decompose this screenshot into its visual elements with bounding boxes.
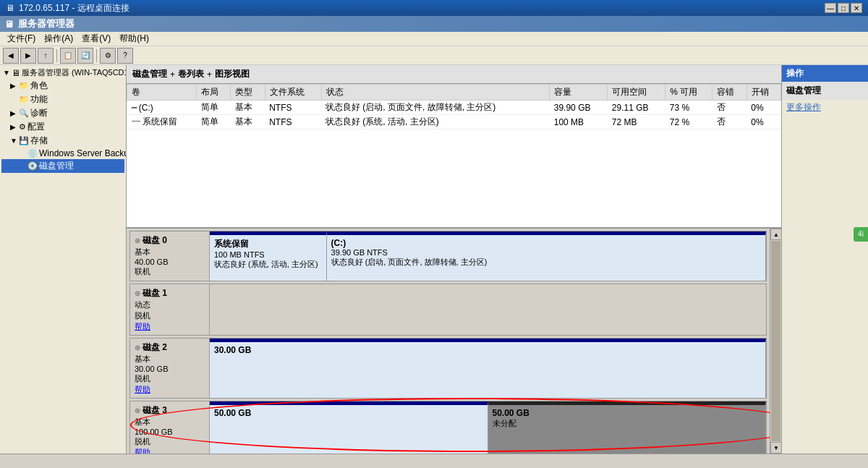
back-button[interactable]: ◀ [3, 48, 19, 64]
split-view: 卷 布局 类型 文件系统 状态 容量 可用空间 % 可用 容错 开销 [127, 84, 781, 454]
scroll-up-button[interactable]: ▲ [770, 229, 781, 240]
partition-name-2-0: 30.00 GB [214, 345, 761, 355]
col-layout[interactable]: 布局 [197, 85, 231, 101]
maximize-button[interactable]: □ [838, 3, 849, 13]
partition-0-0[interactable]: 系统保留 100 MB NTFS 状态良好 (系统, 活动, 主分区) [210, 231, 327, 281]
sm-icon: 🖥 [4, 19, 14, 30]
disk-type-2: 基本 [135, 354, 205, 365]
menu-help[interactable]: 帮助(H) [115, 31, 153, 46]
tree-item-config[interactable]: ▶ ⚙ 配置 [1, 120, 124, 134]
help-button[interactable]: ? [117, 48, 133, 64]
partition-name-3-1: 50.00 GB [493, 408, 762, 418]
config-icon: ⚙ [19, 122, 26, 132]
col-filesystem[interactable]: 文件系统 [265, 85, 321, 101]
tree-label-roles: 角色 [30, 80, 48, 92]
tree-label-server: 服务器管理器 (WIN-TAQ5CD1B4G [22, 67, 127, 78]
cell-type: 基本 [231, 115, 265, 129]
minimize-button[interactable]: — [825, 3, 836, 13]
refresh-button[interactable]: 🔄 [77, 48, 93, 64]
main-window: 🖥 服务器管理器 文件(F) 操作(A) 查看(V) 帮助(H) ◀ ▶ ↑ 📋… [0, 16, 868, 468]
disk-info-1: ⊕ 磁盘 1 动态 脱机 帮助 [130, 284, 210, 335]
tree-item-storage[interactable]: ▼ 💾 存储 [1, 134, 124, 148]
tree-item-backup[interactable]: 💿 Windows Server Backup [1, 148, 124, 159]
partition-3-0[interactable]: 50.00 GB [210, 401, 488, 454]
cell-filesystem: NTFS [265, 101, 321, 115]
features-icon: 📁 [19, 95, 29, 104]
menu-action[interactable]: 操作(A) [40, 31, 77, 46]
col-type[interactable]: 类型 [231, 85, 265, 101]
status-bar [0, 454, 868, 468]
disk-help-link-3[interactable]: 帮助 [135, 448, 150, 454]
menu-file[interactable]: 文件(F) [3, 31, 40, 46]
expand-roles-icon: ▶ [10, 82, 19, 90]
cell-status: 状态良好 (启动, 页面文件, 故障转储, 主分区) [321, 101, 550, 115]
tree-item-server-manager[interactable]: ▼ 🖥 服务器管理器 (WIN-TAQ5CD1B4G [1, 67, 124, 79]
partition-3-1[interactable]: 50.00 GB 未分配 [488, 401, 767, 454]
disk-id-1: 磁盘 1 [142, 287, 167, 299]
partition-0-1[interactable]: (C:) 39.90 GB NTFS 状态良好 (启动, 页面文件, 故障转储,… [327, 231, 766, 281]
partition-status-0-0: 状态良好 (系统, 活动, 主分区) [214, 259, 322, 270]
toolbar-sep1 [56, 49, 57, 62]
title-bar: 🖥 172.0.65.117 - 远程桌面连接 — □ ✕ [0, 0, 868, 16]
sm-title: 服务器管理器 [18, 17, 75, 30]
table-row[interactable]: ━ 系统保留 简单 基本 NTFS 状态良好 (系统, 活动, 主分区) 100… [127, 115, 781, 129]
tree-item-roles[interactable]: ▶ 📁 角色 [1, 79, 124, 93]
server-icon: 🖥 [12, 68, 20, 78]
partition-2-0[interactable]: 30.00 GB [210, 339, 766, 398]
menu-view[interactable]: 查看(V) [77, 31, 115, 46]
tree-label-diag: 诊断 [30, 107, 48, 119]
cell-volume: ━ (C:) [127, 101, 197, 115]
col-volume[interactable]: 卷 [127, 85, 197, 101]
col-fault[interactable]: 容错 [712, 85, 746, 101]
properties-button[interactable]: ⚙ [100, 48, 116, 64]
tree-item-disk-mgmt[interactable]: 💽 磁盘管理 [1, 159, 124, 173]
forward-button[interactable]: ▶ [20, 48, 36, 64]
col-percentfree[interactable]: % 可用 [665, 85, 712, 101]
partition-info-3-1: 未分配 [493, 418, 762, 429]
disk-help-link-2[interactable]: 帮助 [135, 385, 150, 393]
expand-storage-icon: ▼ [10, 137, 19, 145]
vertical-scrollbar[interactable]: ▲ ▼ [770, 229, 781, 454]
col-capacity[interactable]: 容量 [550, 85, 608, 101]
scroll-down-button[interactable]: ▼ [770, 442, 781, 454]
close-button[interactable]: ✕ [851, 3, 862, 13]
partition-name-0-0: 系统保留 [214, 238, 322, 250]
disk-row: ⊕ 磁盘 1 动态 脱机 帮助 [129, 284, 767, 336]
disk-size-0: 40.00 GB [135, 258, 205, 266]
toolbar: ◀ ▶ ↑ 📋 🔄 ⚙ ? [0, 46, 868, 65]
show-hide-button[interactable]: 📋 [60, 48, 76, 64]
disk-type-0: 基本 [135, 247, 205, 258]
tree-label-disk-mgmt: 磁盘管理 [39, 160, 74, 172]
cell-type: 基本 [231, 101, 265, 115]
disk-icon-2: ⊕ [135, 344, 140, 352]
cell-status: 状态良好 (系统, 活动, 主分区) [321, 115, 550, 129]
disk-help-link-1[interactable]: 帮助 [135, 322, 150, 331]
title-bar-text: 172.0.65.117 - 远程桌面连接 [19, 2, 825, 14]
up-button[interactable]: ↑ [38, 48, 54, 64]
volume-table-area: 卷 布局 类型 文件系统 状态 容量 可用空间 % 可用 容错 开销 [127, 84, 781, 229]
col-status[interactable]: 状态 [321, 85, 550, 101]
disk-row: ⊕ 磁盘 3 基本 100.00 GB 脱机 帮助 50.00 GB 50.00… [129, 401, 767, 454]
col-overhead[interactable]: 开销 [746, 85, 780, 101]
scroll-thumb[interactable] [771, 241, 780, 441]
expand-icon: ▼ [3, 69, 12, 77]
cell-percentfree: 73 % [665, 101, 712, 115]
disk-mgmt-icon: 💽 [27, 161, 38, 171]
header-disk-management: 磁盘管理 [132, 68, 167, 80]
tree-label-features: 功能 [30, 93, 48, 106]
col-freespace[interactable]: 可用空间 [608, 85, 665, 101]
side-green-button[interactable]: 4i [854, 227, 868, 242]
disk-row: ⊕ 磁盘 2 基本 30.00 GB 脱机 帮助 30.00 GB [129, 338, 767, 399]
table-row[interactable]: ━ (C:) 简单 基本 NTFS 状态良好 (启动, 页面文件, 故障转储, … [127, 101, 781, 115]
tree-item-features[interactable]: 📁 功能 [1, 93, 124, 106]
disk-visual: ⊕ 磁盘 0 基本 40.00 GB 联机 系统保留 100 MB NTFS 状… [127, 229, 770, 454]
tree-item-diagnostics[interactable]: ▶ 🔍 诊断 [1, 106, 124, 120]
disk-status-3: 脱机 [135, 436, 205, 447]
more-actions-link[interactable]: 更多操作 [782, 100, 868, 115]
disk-type-3: 基本 [135, 417, 205, 427]
table-header-row: 卷 布局 类型 文件系统 状态 容量 可用空间 % 可用 容错 开销 [127, 85, 781, 101]
cell-overhead: 0% [746, 115, 780, 129]
cell-layout: 简单 [197, 115, 231, 129]
disk-row: ⊕ 磁盘 0 基本 40.00 GB 联机 系统保留 100 MB NTFS 状… [129, 231, 767, 281]
disk-status-0: 联机 [135, 266, 205, 277]
